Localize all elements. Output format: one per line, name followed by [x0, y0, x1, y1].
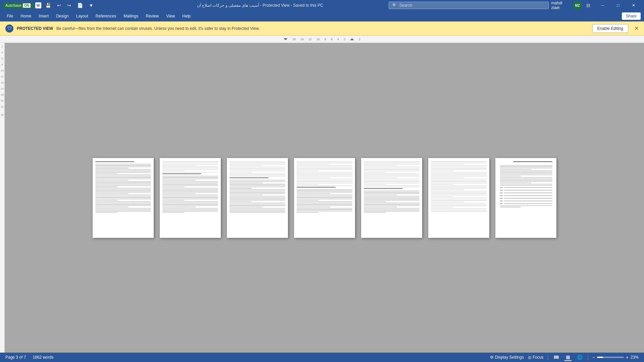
menu-review[interactable]: Review [142, 12, 162, 20]
zoom-control: − + 23% [592, 355, 639, 360]
right-indent-marker[interactable] [350, 38, 354, 40]
text-line [230, 211, 285, 211]
text-line [431, 192, 487, 193]
text-line [297, 171, 319, 171]
zoom-out-button[interactable]: − [592, 355, 595, 360]
focus-button[interactable]: ◎ Focus [528, 355, 544, 360]
text-line [297, 195, 352, 195]
text-line [162, 209, 218, 210]
menu-file[interactable]: File [3, 12, 16, 20]
text-line [364, 201, 386, 202]
text-line [95, 174, 151, 175]
text-line [297, 209, 352, 210]
display-settings-button[interactable]: ⚙ Display Settings [490, 355, 524, 360]
share-button[interactable]: Share [622, 12, 641, 20]
text-line [364, 177, 397, 178]
text-line [162, 172, 218, 173]
document-pages-area[interactable] [5, 43, 644, 353]
text-line [230, 201, 252, 202]
text-line [230, 161, 285, 162]
document-page-6[interactable] [428, 158, 489, 238]
text-line [364, 172, 386, 173]
text-line [297, 191, 352, 191]
avatar[interactable]: MZ [573, 1, 582, 10]
menu-help[interactable]: Help [179, 12, 194, 20]
document-page-3[interactable] [227, 158, 288, 238]
ribbon-display-button[interactable]: ⊟ [584, 2, 592, 9]
document-page-4[interactable] [294, 158, 355, 238]
text-line [500, 173, 552, 174]
document-page-7[interactable] [495, 158, 556, 238]
text-line [297, 169, 352, 170]
text-line [230, 203, 285, 203]
text-line [364, 184, 386, 185]
text-line [431, 211, 487, 212]
redo-button[interactable]: ↪ [65, 2, 73, 9]
text-line [431, 168, 487, 169]
menu-home[interactable]: Home [17, 12, 35, 20]
text-line [95, 195, 151, 195]
autosave-label: AutoSave [5, 3, 21, 7]
text-line [431, 187, 487, 188]
text-line [364, 197, 419, 198]
text-line [162, 171, 185, 171]
menu-design[interactable]: Design [53, 12, 72, 20]
document-page-5[interactable] [361, 158, 422, 238]
ruler-mark: 16 [1, 86, 4, 92]
text-line [364, 209, 419, 210]
zoom-slider[interactable] [597, 357, 624, 358]
autosave-toggle[interactable]: AutoSave ON [3, 3, 33, 8]
text-line [230, 164, 285, 165]
customize-button[interactable]: ▼ [87, 2, 96, 9]
text-line [230, 207, 263, 207]
protected-view-banner: 🛡 PROTECTED VIEW Be careful—files from t… [0, 21, 644, 36]
close-button[interactable]: ✕ [626, 0, 641, 11]
document-page-1[interactable] [93, 158, 154, 238]
text-line [297, 163, 352, 163]
text-line [431, 173, 487, 174]
text-line [364, 191, 419, 191]
zoom-in-button[interactable]: + [626, 355, 629, 360]
left-indent-marker[interactable] [284, 38, 288, 40]
minimize-button[interactable]: ─ [595, 0, 610, 11]
text-line [230, 163, 285, 163]
text-line [95, 192, 151, 193]
ribbon-menu: File Home Insert Design Layout Reference… [0, 11, 644, 21]
read-view-button[interactable]: 📖 [552, 354, 560, 361]
banner-close-button[interactable]: ✕ [634, 25, 639, 32]
web-view-button[interactable]: 🌐 [576, 354, 584, 361]
maximize-button[interactable]: □ [610, 0, 626, 11]
text-line [297, 208, 352, 209]
text-line [95, 201, 151, 202]
text-line [162, 164, 218, 165]
text-line [95, 199, 151, 199]
text-line [95, 172, 151, 172]
enable-editing-button[interactable]: Enable Editing [592, 24, 628, 33]
text-line [364, 200, 419, 201]
search-icon: 🔍 [392, 3, 397, 8]
print-view-button[interactable]: ▦ [564, 354, 572, 361]
menu-layout[interactable]: Layout [73, 12, 92, 20]
text-line [431, 196, 453, 197]
text-line [500, 174, 552, 175]
menu-insert[interactable]: Insert [35, 12, 52, 20]
menu-references[interactable]: References [92, 12, 119, 20]
text-line [364, 188, 403, 189]
text-line [95, 184, 151, 185]
save-button[interactable]: 💾 [43, 2, 53, 9]
undo-button[interactable]: ↩ [55, 2, 63, 9]
document-title: آسیب های مفصلی و حرکات اصلاح آن - Protec… [197, 3, 323, 8]
text-line [297, 161, 352, 162]
ruler-content: 18 14 12 10 8 6 4 2 2 [284, 38, 360, 41]
document-page-2[interactable] [160, 158, 221, 238]
protected-description: Be careful—files from the Internet can c… [56, 26, 589, 31]
title-bar: AutoSave ON W 💾 ↩ ↪ 📄 ▼ آسیب های مفصلی و… [0, 0, 644, 11]
search-input[interactable] [399, 3, 545, 8]
menu-view[interactable]: View [163, 12, 179, 20]
text-line [431, 199, 487, 200]
search-bar[interactable]: 🔍 [389, 2, 548, 9]
text-line [500, 166, 552, 167]
new-doc-button[interactable]: 📄 [75, 2, 85, 9]
menu-mailings[interactable]: Mailings [120, 12, 142, 20]
text-line [162, 169, 218, 170]
